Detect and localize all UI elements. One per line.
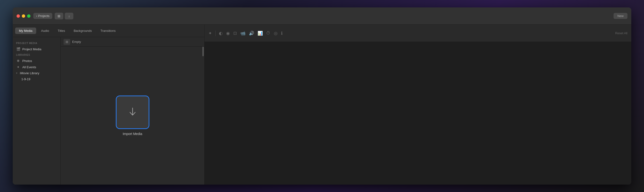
scrollbar-thumb[interactable] [202, 47, 204, 56]
tab-titles[interactable]: Titles [54, 27, 69, 34]
events-icon: ✦ [16, 65, 20, 69]
sidebar-item-label: iMovie Library [20, 71, 39, 75]
tab-transitions[interactable]: Transitions [96, 27, 120, 34]
sidebar-item-photos[interactable]: ❋ Photos [13, 58, 60, 64]
right-panel: ✦ ◐ ◉ ⊡ 📹 🔊 📊 ⏱ ◎ ℹ Reset All [204, 25, 631, 185]
sidebar-item-label: Photos [22, 59, 32, 63]
import-media-label: Import Media [123, 132, 142, 136]
reset-all-label: Reset All [615, 31, 628, 35]
right-toolbar: ✦ ◐ ◉ ⊡ 📹 🔊 📊 ⏱ ◎ ℹ Reset All [204, 25, 631, 42]
stabilization-icon[interactable]: 📹 [240, 31, 246, 36]
left-panel: My Media Audio Titles Backgrounds Transi… [13, 25, 204, 185]
back-button[interactable]: ‹ Projects [33, 13, 52, 19]
filter-label: Empty [72, 40, 81, 44]
download-button[interactable]: ↓ [65, 13, 73, 19]
import-media-container: Import Media [116, 96, 149, 136]
sidebar-toggle-button[interactable]: ⊟ [64, 39, 70, 45]
new-button[interactable]: New [614, 13, 628, 19]
sidebar-toggle-icon: ⊟ [66, 40, 68, 44]
sidebar: PROJECT MEDIA 🎬 Project Media LIBRARIES … [13, 37, 61, 185]
sidebar-item-label: Project Media [22, 47, 41, 51]
media-toolbar: ⊟ Empty [61, 37, 204, 47]
clip-filter-icon[interactable]: ◎ [274, 31, 278, 36]
sidebar-item-project-media[interactable]: 🎬 Project Media [13, 46, 60, 52]
media-grid: Import Media [61, 47, 204, 185]
grid-icon: ⊞ [58, 14, 60, 18]
chevron-left-icon: ‹ [36, 14, 37, 18]
import-media-button[interactable] [116, 96, 149, 129]
tabs-bar: My Media Audio Titles Backgrounds Transi… [13, 25, 204, 37]
tab-my-media[interactable]: My Media [15, 27, 36, 34]
traffic-lights [16, 14, 30, 18]
download-icon: ↓ [68, 14, 70, 18]
sidebar-item-label: All Events [22, 65, 36, 69]
sidebar-item-imovie-library[interactable]: ▾ iMovie Library [13, 70, 60, 76]
main-content: My Media Audio Titles Backgrounds Transi… [13, 25, 631, 185]
fullscreen-button[interactable] [27, 14, 30, 18]
back-button-label: Projects [38, 14, 50, 18]
browser-area: PROJECT MEDIA 🎬 Project Media LIBRARIES … [13, 37, 204, 185]
noise-reduction-icon[interactable]: 📊 [258, 31, 263, 36]
reset-all-button[interactable]: Reset All [615, 31, 628, 35]
media-area: ⊟ Empty [61, 37, 204, 185]
import-arrow-icon [128, 108, 138, 117]
speed-icon[interactable]: ⏱ [266, 31, 270, 36]
app-window: ‹ Projects ⊞ ↓ New My Media Audio [13, 7, 631, 185]
volume-icon[interactable]: 🔊 [249, 31, 254, 36]
section-label-libraries: LIBRARIES [13, 54, 60, 58]
section-label-project-media: PROJECT MEDIA [13, 42, 60, 46]
preview-area [204, 42, 631, 185]
minimize-button[interactable] [22, 14, 25, 18]
sidebar-item-all-events[interactable]: ✦ All Events [13, 64, 60, 70]
color-balance-icon[interactable]: ◐ [219, 31, 223, 36]
tab-backgrounds[interactable]: Backgrounds [70, 27, 96, 34]
sidebar-item-1-9-19[interactable]: 1-9-19 [13, 76, 60, 82]
close-button[interactable] [16, 14, 20, 18]
disclosure-icon: ▾ [16, 72, 18, 75]
video-overlay-icon[interactable]: ℹ [281, 31, 283, 36]
toolbar-divider-1 [215, 30, 216, 36]
magic-wand-icon[interactable]: ✦ [208, 31, 212, 36]
new-button-label: New [618, 14, 624, 18]
film-icon: 🎬 [16, 47, 20, 51]
tab-audio[interactable]: Audio [37, 27, 53, 34]
photos-icon: ❋ [16, 59, 20, 63]
crop-icon[interactable]: ⊡ [233, 31, 237, 36]
sidebar-item-label: 1-9-19 [21, 77, 30, 81]
title-bar: ‹ Projects ⊞ ↓ New [13, 7, 631, 25]
color-correction-icon[interactable]: ◉ [226, 31, 230, 36]
scrollbar-track[interactable] [202, 47, 204, 185]
grid-view-button[interactable]: ⊞ [55, 13, 63, 19]
